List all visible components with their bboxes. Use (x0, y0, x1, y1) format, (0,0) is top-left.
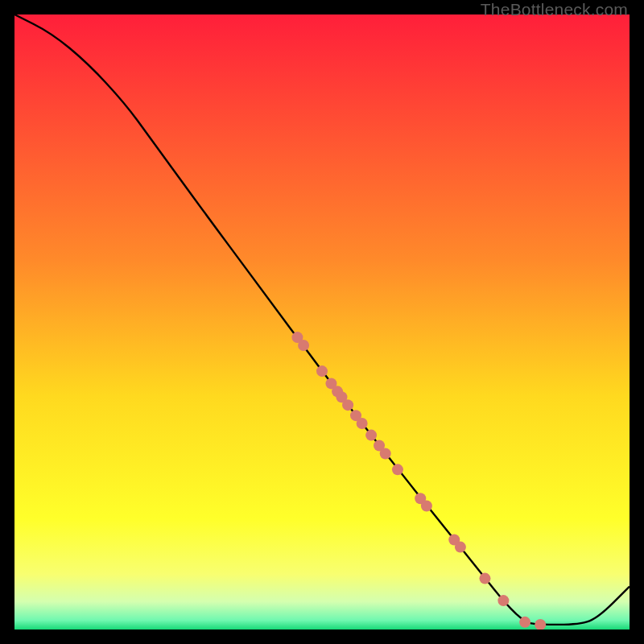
chart-stage: TheBottleneck.com (0, 0, 644, 644)
data-marker (316, 365, 328, 377)
data-marker (357, 418, 368, 429)
data-marker (421, 500, 432, 511)
data-marker (535, 619, 546, 630)
data-marker (342, 399, 353, 411)
data-marker (455, 542, 466, 553)
watermark-text: TheBottleneck.com (481, 0, 628, 19)
data-marker (365, 430, 377, 441)
curve-markers (291, 332, 546, 630)
data-marker (497, 595, 509, 606)
main-curve (14, 14, 630, 625)
data-marker (392, 464, 403, 475)
data-marker (298, 340, 309, 351)
data-marker (479, 573, 490, 584)
data-marker (380, 448, 391, 459)
data-marker (519, 617, 530, 628)
curve-layer (14, 14, 630, 630)
plot-area (14, 14, 630, 630)
